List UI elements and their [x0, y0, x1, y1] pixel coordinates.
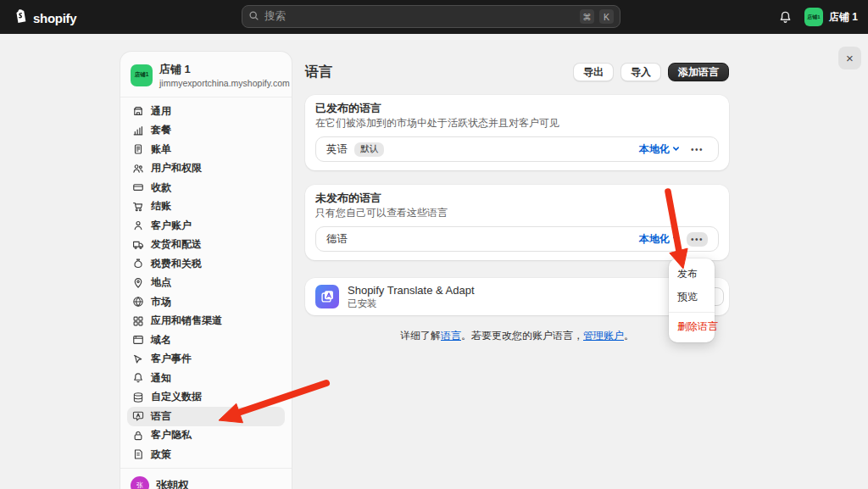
topbar: shopify 搜索 ⌘ K 店铺1 店铺 1: [0, 0, 868, 34]
language-name: 英语: [326, 142, 348, 157]
translate-adapt-app-icon: [315, 285, 339, 308]
k-key-badge: K: [599, 9, 614, 24]
sidebar-item-general[interactable]: 通用: [127, 102, 285, 121]
translate-icon: [132, 410, 144, 422]
search-icon: [248, 9, 259, 25]
settings-nav: 通用套餐账单用户和权限收款结账客户账户发货和配送税费和关税地点市场应用和销售渠道…: [120, 97, 292, 464]
chevron-down-icon: [672, 233, 680, 245]
sidebar-item-notifications[interactable]: 通知: [127, 369, 285, 388]
sidebar-item-markets[interactable]: 市场: [127, 292, 285, 312]
import-button[interactable]: 导入: [620, 63, 661, 81]
language-row-english: 英语 默认 本地化 •••: [315, 136, 719, 162]
notifications-bell-icon[interactable]: [778, 10, 793, 25]
sidebar-item-checkout[interactable]: 结账: [127, 197, 285, 217]
users-icon: [132, 163, 144, 175]
shopify-bag-icon: [12, 8, 29, 28]
sidebar-item-label: 政策: [151, 447, 171, 462]
shopify-wordmark: shopify: [33, 11, 76, 25]
localize-button[interactable]: 本地化: [639, 232, 680, 247]
add-language-button[interactable]: 添加语言: [668, 63, 729, 81]
search-placeholder: 搜索: [264, 9, 575, 24]
store-avatar: 店铺1: [131, 64, 153, 86]
sidebar-item-customer-events[interactable]: 客户事件: [127, 350, 285, 370]
sidebar-item-label: 套餐: [151, 123, 171, 137]
sidebar-item-customer-privacy[interactable]: 客户隐私: [127, 426, 285, 446]
language-name: 德语: [326, 232, 348, 247]
sidebar-item-shipping-delivery[interactable]: 发货和配送: [127, 236, 285, 255]
languages-settings-panel: 语言 导出 导入 添加语言 已发布的语言 在它们被添加到的市场中处于活跃状态并且…: [305, 61, 729, 343]
page-title: 语言: [305, 64, 332, 81]
account-store-label: 店铺 1: [829, 10, 858, 25]
published-languages-card: 已发布的语言 在它们被添加到的市场中处于活跃状态并且对客户可见 英语 默认 本地…: [305, 95, 729, 170]
translate-adapt-app-card: Shopify Translate & Adapt 已安装: [305, 278, 729, 315]
settings-modal: × 店铺1 店铺 1 jimmyexportchina.myshopify.co…: [0, 34, 868, 489]
sidebar-item-taxes-duties[interactable]: 税费和关税: [127, 254, 285, 274]
user-avatar: 张: [131, 476, 149, 489]
menu-item-preview[interactable]: 预览: [669, 286, 715, 308]
sidebar-item-label: 应用和销售渠道: [151, 314, 222, 328]
sidebar-item-label: 客户事件: [151, 352, 192, 366]
sidebar-item-label: 通知: [151, 371, 171, 386]
sidebar-item-label: 通用: [151, 104, 171, 119]
sidebar-item-label: 自定义数据: [151, 390, 202, 404]
more-actions-icon[interactable]: •••: [687, 142, 708, 157]
sidebar-item-label: 账单: [151, 142, 171, 157]
lock-icon: [132, 430, 144, 442]
sidebar-item-label: 用户和权限: [151, 161, 202, 175]
account-menu[interactable]: 店铺1 店铺 1: [804, 8, 858, 26]
sidebar-item-locations[interactable]: 地点: [127, 274, 285, 293]
sidebar-item-label: 发货和配送: [151, 237, 202, 252]
cursor-icon: [132, 353, 144, 365]
payments-icon: [132, 181, 144, 193]
sidebar-item-label: 客户隐私: [151, 428, 192, 442]
sidebar-item-customer-accounts[interactable]: 客户账户: [127, 216, 285, 236]
search-input[interactable]: 搜索 ⌘ K: [242, 5, 620, 28]
sidebar-item-label: 语言: [151, 409, 171, 424]
languages-help-link[interactable]: 语言: [441, 330, 461, 342]
sidebar-item-users-permissions[interactable]: 用户和权限: [127, 159, 285, 179]
language-actions-menu: 发布预览删除语言: [669, 258, 715, 342]
plan-icon: [132, 125, 144, 136]
card-subtitle: 在它们被添加到的市场中处于活跃状态并且对客户可见: [315, 117, 719, 130]
more-actions-icon[interactable]: •••: [687, 232, 708, 247]
location-pin-icon: [132, 277, 144, 289]
close-icon[interactable]: ×: [838, 47, 861, 69]
sidebar-item-policies[interactable]: 政策: [127, 445, 285, 464]
sidebar-item-domains[interactable]: 域名: [127, 331, 285, 350]
footer-note: 详细了解语言。若要更改您的账户语言，管理账户。: [305, 329, 729, 343]
sidebar-item-label: 结账: [151, 199, 171, 214]
truck-icon: [132, 239, 144, 251]
apps-grid-icon: [132, 315, 144, 327]
settings-sidebar: 店铺1 店铺 1 jimmyexportchina.myshopify.com …: [120, 51, 292, 489]
language-row-german: 德语 本地化 •••: [315, 226, 719, 252]
card-subtitle: 只有您自己可以查看这些语言: [315, 207, 719, 219]
sidebar-item-payments[interactable]: 收款: [127, 178, 285, 197]
sidebar-item-languages[interactable]: 语言: [127, 407, 285, 426]
browser-icon: [132, 334, 144, 346]
sidebar-item-plan[interactable]: 套餐: [127, 121, 285, 141]
sidebar-item-label: 税费和关税: [151, 257, 202, 271]
database-icon: [132, 392, 144, 403]
store-icon: [132, 105, 144, 117]
shopify-logo: shopify: [12, 8, 76, 28]
menu-item-delete-language[interactable]: 删除语言: [669, 312, 715, 338]
sidebar-item-label: 收款: [151, 181, 171, 195]
cmd-key-badge: ⌘: [580, 9, 594, 24]
sidebar-user-row[interactable]: 张 张朝权: [120, 468, 292, 489]
menu-item-publish[interactable]: 发布: [669, 263, 715, 286]
chevron-down-icon: [672, 143, 680, 155]
sidebar-item-billing[interactable]: 账单: [127, 140, 285, 159]
store-name: 店铺 1: [159, 62, 290, 77]
sidebar-item-custom-data[interactable]: 自定义数据: [127, 388, 285, 408]
sidebar-item-label: 地点: [151, 275, 171, 290]
manage-account-link[interactable]: 管理账户: [583, 330, 624, 342]
document-icon: [132, 448, 144, 460]
sidebar-item-label: 客户账户: [151, 219, 192, 233]
billing-icon: [132, 143, 144, 155]
sidebar-item-apps-channels[interactable]: 应用和销售渠道: [127, 312, 285, 331]
store-domain: jimmyexportchina.myshopify.com: [159, 78, 290, 88]
card-title: 未发布的语言: [315, 192, 719, 204]
export-button[interactable]: 导出: [573, 63, 614, 81]
localize-button[interactable]: 本地化: [639, 142, 680, 157]
money-bag-icon: [132, 258, 144, 270]
